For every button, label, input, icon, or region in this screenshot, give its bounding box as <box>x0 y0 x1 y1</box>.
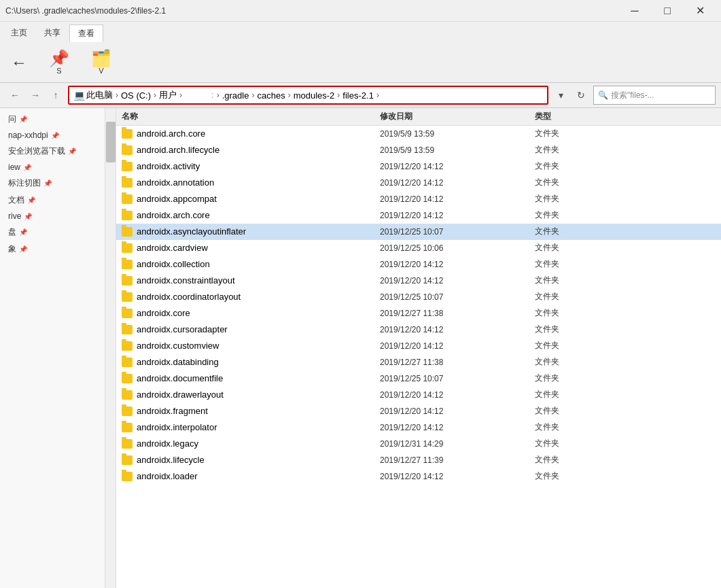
file-date: 2019/12/20 14:12 <box>380 211 535 220</box>
file-date: 2019/12/27 11:38 <box>380 309 535 318</box>
back-icon: ← <box>11 54 27 71</box>
minimize-button[interactable]: ─ <box>619 1 650 20</box>
close-button[interactable]: ✕ <box>684 1 716 20</box>
file-date: 2019/12/20 14:12 <box>380 390 535 400</box>
folder-icon <box>122 243 133 253</box>
table-row[interactable]: androidx.activity2019/12/20 14:12文件夹 <box>116 158 721 175</box>
table-row[interactable]: androidx.cursoradapter2019/12/20 14:12文件… <box>116 322 721 338</box>
address-computer: 💻 此电脑 <box>73 89 113 101</box>
table-row[interactable]: androidx.drawerlayout2019/12/20 14:12文件夹 <box>116 387 721 403</box>
table-row[interactable]: androidx.cardview2019/12/25 10:06文件夹 <box>116 240 721 256</box>
sidebar-label-6: rive <box>8 211 21 221</box>
sidebar-pin-7: 📌 <box>19 228 27 236</box>
maximize-button[interactable]: □ <box>652 1 683 20</box>
back-nav-button[interactable]: ← <box>5 86 24 105</box>
sidebar-item-6[interactable]: rive 📌 <box>0 209 105 224</box>
ribbon-btn-pin[interactable]: 📌 S <box>43 48 75 77</box>
address-files: files-2.1 <box>342 90 374 101</box>
file-date: 2019/12/25 10:07 <box>380 227 535 237</box>
file-date: 2019/12/20 14:12 <box>380 423 535 432</box>
file-name-text: androidx.fragment <box>137 406 208 416</box>
modules-label: modules-2 <box>294 90 335 101</box>
sidebar-item-3[interactable]: iew 📌 <box>0 160 105 175</box>
forward-nav-button[interactable]: → <box>26 86 45 105</box>
file-name: androidx.core <box>122 308 380 318</box>
table-row[interactable]: androidx.annotation2019/12/20 14:12文件夹 <box>116 175 721 191</box>
dropdown-btn[interactable]: ▾ <box>551 86 570 105</box>
file-type: 文件夹 <box>535 324 625 335</box>
sidebar-item-7[interactable]: 盘 📌 <box>0 224 105 241</box>
file-type: 文件夹 <box>535 128 625 139</box>
sidebar-item-1[interactable]: nap-xxhdpi 📌 <box>0 128 105 143</box>
ribbon-tabs: 主页 共享 查看 <box>0 22 721 42</box>
sep3: › <box>179 90 182 100</box>
table-row[interactable]: androidx.appcompat2019/12/20 14:12文件夹 <box>116 191 721 207</box>
table-row[interactable]: androidx.lifecycle2019/12/27 11:39文件夹 <box>116 452 721 468</box>
file-type: 文件夹 <box>535 209 625 221</box>
address-bar[interactable]: 💻 此电脑 › OS (C:) › 用户 › : › .gradle › cac… <box>68 86 548 105</box>
table-row[interactable]: androidx.documentfile2019/12/25 10:07文件夹 <box>116 370 721 387</box>
table-row[interactable]: androidx.databinding2019/12/27 11:38文件夹 <box>116 354 721 370</box>
address-modules: modules-2 <box>294 90 335 101</box>
table-row[interactable]: androidx.collection2019/12/20 14:12文件夹 <box>116 256 721 273</box>
file-date: 2019/12/20 14:12 <box>380 260 535 269</box>
file-name: androidx.coordinatorlayout <box>122 292 380 302</box>
file-date: 2019/12/20 14:12 <box>380 276 535 286</box>
tab-home[interactable]: 主页 <box>3 24 35 42</box>
file-type: 文件夹 <box>535 421 625 433</box>
table-row[interactable]: androidx.legacy2019/12/31 14:29文件夹 <box>116 436 721 452</box>
file-date: 2019/12/25 10:06 <box>380 243 535 253</box>
file-name: android.arch.core <box>122 128 380 139</box>
header-type[interactable]: 类型 <box>535 111 625 122</box>
refresh-btn[interactable]: ↻ <box>571 86 591 105</box>
file-name-text: androidx.documentfile <box>137 373 223 383</box>
header-name[interactable]: 名称 <box>122 111 380 122</box>
file-name-text: androidx.activity <box>137 161 200 171</box>
header-size[interactable] <box>625 111 716 122</box>
scroll-thumb[interactable] <box>106 122 116 162</box>
sidebar-item-4[interactable]: 标注切图 📌 <box>0 175 105 192</box>
sidebar-item-0[interactable]: 问 📌 <box>0 111 105 128</box>
table-row[interactable]: androidx.coordinatorlayout2019/12/25 10:… <box>116 289 721 305</box>
sidebar-pin-0: 📌 <box>19 116 27 123</box>
ribbon-btn-view[interactable]: 🗂️ V <box>86 48 117 77</box>
sidebar-label-3: iew <box>8 162 20 172</box>
table-row[interactable]: android.arch.core2019/5/9 13:59文件夹 <box>116 126 721 142</box>
user-label: 用户 <box>159 89 177 101</box>
sidebar-item-5[interactable]: 文档 📌 <box>0 192 105 209</box>
file-name-text: androidx.coordinatorlayout <box>137 292 241 302</box>
sep1: › <box>116 90 118 100</box>
file-type: 文件夹 <box>535 356 625 368</box>
ribbon: 主页 共享 查看 ← 📌 S 🗂️ V <box>0 22 721 83</box>
sidebar-item-2[interactable]: 安全浏览器下载 📌 <box>0 143 105 160</box>
table-row[interactable]: androidx.asynclayoutinflater2019/12/25 1… <box>116 224 721 240</box>
folder-icon <box>122 325 133 334</box>
table-row[interactable]: androidx.constraintlayout2019/12/20 14:1… <box>116 273 721 289</box>
table-row[interactable]: androidx.core2019/12/27 11:38文件夹 <box>116 305 721 322</box>
search-box[interactable]: 🔍 搜索"files-... <box>593 86 716 105</box>
table-row[interactable]: androidx.loader2019/12/20 14:12文件夹 <box>116 468 721 485</box>
tab-share[interactable]: 共享 <box>36 24 69 42</box>
scroll-area <box>105 108 116 588</box>
sidebar-item-8[interactable]: 象 📌 <box>0 241 105 258</box>
table-row[interactable]: androidx.fragment2019/12/20 14:12文件夹 <box>116 403 721 419</box>
table-row[interactable]: androidx.interpolator2019/12/20 14:12文件夹 <box>116 419 721 436</box>
header-date[interactable]: 修改日期 <box>380 111 535 122</box>
up-nav-button[interactable]: ↑ <box>46 86 65 105</box>
sep6: › <box>288 90 291 100</box>
table-row[interactable]: androidx.customview2019/12/20 14:12文件夹 <box>116 338 721 354</box>
ribbon-btn-back[interactable]: ← <box>5 52 33 73</box>
file-name-text: androidx.legacy <box>137 438 198 449</box>
tab-view[interactable]: 查看 <box>69 24 103 42</box>
folder-icon <box>122 276 133 286</box>
title-text: C:\Users\ .gradle\caches\modules-2\files… <box>5 6 166 16</box>
table-row[interactable]: android.arch.lifecycle2019/5/9 13:59文件夹 <box>116 142 721 158</box>
main-layout: 问 📌 nap-xxhdpi 📌 安全浏览器下载 📌 iew 📌 标注切图 📌 … <box>0 108 721 588</box>
file-name: androidx.loader <box>122 471 380 481</box>
drive-label: OS (C:) <box>121 90 151 101</box>
file-name: androidx.activity <box>122 161 380 171</box>
table-row[interactable]: androidx.arch.core2019/12/20 14:12文件夹 <box>116 207 721 224</box>
sidebar-label-4: 标注切图 <box>8 177 41 189</box>
file-type: 文件夹 <box>535 242 625 254</box>
folder-icon <box>122 178 133 188</box>
